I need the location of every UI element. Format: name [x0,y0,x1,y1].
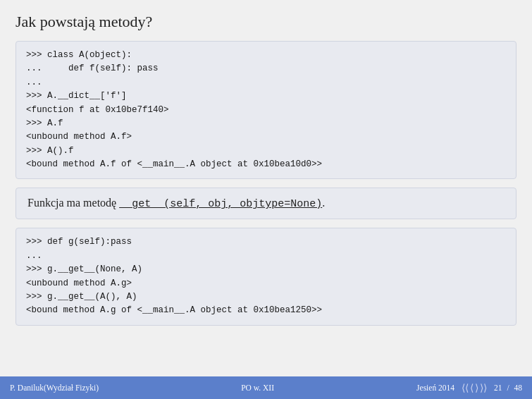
nav-first-icon[interactable]: ⟨⟨ [462,382,469,394]
footer-title: PO w. XII [241,383,274,392]
text-mono: __get__(self, obj, objtype=None) [119,198,322,210]
code-line: <function f at 0x10be7f140> [26,104,506,117]
nav-prev-icon[interactable]: ⟨ [470,382,474,394]
code-line: >>> A().f [26,145,506,158]
footer-date: Jesień 2014 [416,383,454,392]
nav-next-icon[interactable]: ⟩ [475,382,478,394]
page-separator: / [505,383,512,392]
code-line: <unbound method A.f> [26,130,506,144]
footer-author: P. Daniluk(Wydział Fizyki) [10,383,99,392]
footer: P. Daniluk(Wydział Fizyki) PO w. XII Jes… [0,376,532,399]
code-line: ... [26,76,506,90]
code-line: ... def f(self): pass [26,62,506,75]
page-total: 48 [514,383,523,392]
code-line: >>> g.__get__(None, A) [26,263,506,276]
code-line: >>> g.__get__(A(), A) [26,290,506,304]
code-block-2: >>> def g(self):pass ... >>> g.__get__(N… [16,228,516,325]
code-line: >>> class A(object): [26,49,506,62]
slide-title: Jak powstają metody? [16,13,516,31]
text-block: Funkcja ma metodę __get__(self, obj, obj… [16,188,516,219]
code-line: <bound method A.f of <__main__.A object … [26,158,506,171]
code-line: >>> A.f [26,117,506,130]
footer-right: Jesień 2014 ⟨⟨ ⟨ ⟩ ⟩⟩ 21 / 48 [416,382,522,394]
nav-controls: ⟨⟨ ⟨ ⟩ ⟩⟩ [462,382,487,394]
code-line: >>> A.__dict__['f'] [26,90,506,103]
slide: Jak powstają metody? >>> class A(object)… [0,0,532,399]
page-current: 21 [494,383,502,392]
code-block-1: >>> class A(object): ... def f(self): pa… [16,41,516,179]
footer-pagination: 21 / 48 [494,383,522,392]
nav-last-icon[interactable]: ⟩⟩ [480,382,487,394]
code-line: >>> def g(self):pass [26,235,506,249]
text-suffix: . [322,197,325,209]
text-prefix: Funkcja ma metodę [27,197,119,209]
code-line: ... [26,250,506,263]
code-line: <unbound method A.g> [26,277,506,290]
code-line: <bound method A.g of <__main__.A object … [26,304,506,317]
